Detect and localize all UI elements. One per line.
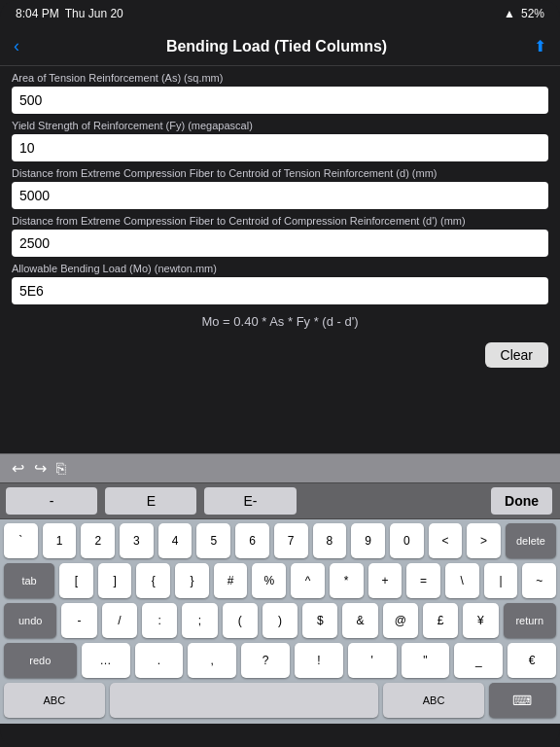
- key-pound[interactable]: £: [423, 603, 458, 638]
- clear-button[interactable]: Clear: [485, 342, 548, 368]
- key-caret[interactable]: ^: [291, 563, 325, 598]
- page-title: Bending Load (Tied Columns): [166, 38, 387, 55]
- key-euro[interactable]: €: [508, 643, 556, 678]
- key-at[interactable]: @: [383, 603, 418, 638]
- key-3[interactable]: 3: [120, 523, 154, 558]
- key-question[interactable]: ?: [241, 643, 290, 678]
- toolbar-done-btn[interactable]: Done: [491, 487, 552, 515]
- key-9[interactable]: 9: [351, 523, 385, 558]
- key-semicolon[interactable]: ;: [182, 603, 217, 638]
- field-input-as[interactable]: [12, 87, 548, 114]
- key-5[interactable]: 5: [196, 523, 230, 558]
- content-area: Area of Tension Reinforcement (As) (sq.m…: [0, 66, 560, 375]
- nav-bar: ‹ Bending Load (Tied Columns) ⬆: [0, 27, 560, 66]
- formula-text: Mo = 0.40 * As * Fy * (d - d'): [201, 314, 358, 329]
- key-comma[interactable]: ,: [188, 643, 236, 678]
- field-input-mo[interactable]: [12, 277, 548, 304]
- key-exclaim[interactable]: !: [295, 643, 343, 678]
- key-backtick[interactable]: `: [4, 523, 38, 558]
- battery-level: 52%: [521, 7, 544, 20]
- key-8[interactable]: 8: [313, 523, 347, 558]
- spacer: [0, 375, 560, 453]
- key-rparen[interactable]: ): [262, 603, 298, 638]
- field-label-fy: Yield Strength of Reinforcement (Fy) (me…: [12, 120, 548, 131]
- keyboard-row-2: tab [ ] { } # % ^ * + = \ | ~: [2, 563, 558, 598]
- keyboard-row-1: ` 1 2 3 4 5 6 7 8 9 0 < > delete: [2, 523, 558, 558]
- field-label-mo: Allowable Bending Load (Mo) (newton.mm): [12, 263, 548, 274]
- key-asterisk[interactable]: *: [330, 563, 364, 598]
- key-hash[interactable]: #: [214, 563, 248, 598]
- field-label-d: Distance from Extreme Compression Fiber …: [12, 167, 548, 179]
- share-button[interactable]: ⬆: [534, 37, 546, 55]
- date: Thu Jun 20: [65, 7, 123, 20]
- key-underscore[interactable]: _: [454, 643, 503, 678]
- wifi-icon: ▲: [504, 7, 515, 20]
- keyboard-toolbar: - E E- Done: [0, 482, 560, 519]
- key-dollar[interactable]: $: [302, 603, 337, 638]
- action-area: Clear: [0, 338, 560, 375]
- formula-area: Mo = 0.40 * As * Fy * (d - d'): [0, 304, 560, 338]
- key-plus[interactable]: +: [368, 563, 402, 598]
- key-backslash[interactable]: \: [445, 563, 479, 598]
- key-abc-left[interactable]: ABC: [4, 683, 105, 718]
- key-lparen[interactable]: (: [223, 603, 258, 638]
- key-slash[interactable]: /: [102, 603, 137, 638]
- key-minus[interactable]: -: [61, 603, 96, 638]
- field-group-mo: Allowable Bending Load (Mo) (newton.mm): [0, 257, 560, 304]
- paste-icon[interactable]: ⎘: [56, 460, 66, 478]
- time: 8:04 PM: [16, 7, 59, 20]
- key-apos[interactable]: ': [348, 643, 397, 678]
- keyboard-row-3: undo - / : ; ( ) $ & @ £ ¥ return: [2, 603, 558, 638]
- field-input-fy[interactable]: [12, 134, 548, 161]
- redo-icon[interactable]: ↪: [34, 459, 47, 478]
- key-dquote[interactable]: ": [402, 643, 450, 678]
- field-label-dprime: Distance from Extreme Compression Fiber …: [12, 215, 548, 227]
- toolbar-btn-E[interactable]: E: [105, 487, 196, 515]
- keyboard: ` 1 2 3 4 5 6 7 8 9 0 < > delete tab [ ]…: [0, 519, 560, 724]
- key-space[interactable]: [110, 683, 379, 718]
- key-delete[interactable]: delete: [506, 523, 556, 558]
- key-rbrace[interactable]: }: [175, 563, 209, 598]
- field-input-d[interactable]: [12, 182, 548, 209]
- keyboard-toolbar-icons: ↩ ↪ ⎘: [0, 453, 560, 482]
- key-1[interactable]: 1: [43, 523, 77, 558]
- key-rbracket[interactable]: ]: [98, 563, 132, 598]
- key-return[interactable]: return: [504, 603, 556, 638]
- undo-icon[interactable]: ↩: [12, 459, 24, 478]
- toolbar-btn-minus[interactable]: -: [6, 487, 97, 515]
- status-left: 8:04 PM Thu Jun 20: [16, 7, 123, 20]
- toolbar-btn-Eminus[interactable]: E-: [204, 487, 296, 515]
- key-tilde[interactable]: ~: [522, 563, 556, 598]
- keyboard-row-5: ABC ABC ⌨: [2, 683, 558, 722]
- field-group-d: Distance from Extreme Compression Fiber …: [0, 161, 560, 209]
- key-gt[interactable]: >: [467, 523, 501, 558]
- key-0[interactable]: 0: [390, 523, 424, 558]
- field-input-dprime[interactable]: [12, 230, 548, 257]
- key-ampersand[interactable]: &: [342, 603, 377, 638]
- key-ellipsis[interactable]: …: [82, 643, 130, 678]
- key-undo[interactable]: undo: [4, 603, 56, 638]
- key-6[interactable]: 6: [235, 523, 269, 558]
- key-lbrace[interactable]: {: [136, 563, 170, 598]
- key-7[interactable]: 7: [274, 523, 308, 558]
- key-percent[interactable]: %: [252, 563, 286, 598]
- back-button[interactable]: ‹: [14, 36, 19, 56]
- keyboard-row-4: redo … . , ? ! ' " _ €: [2, 643, 558, 678]
- key-2[interactable]: 2: [81, 523, 115, 558]
- key-tab[interactable]: tab: [4, 563, 54, 598]
- status-bar: 8:04 PM Thu Jun 20 ▲ 52%: [0, 0, 560, 27]
- key-abc-right[interactable]: ABC: [383, 683, 484, 718]
- key-yen[interactable]: ¥: [463, 603, 498, 638]
- key-period[interactable]: .: [135, 643, 184, 678]
- field-label-as: Area of Tension Reinforcement (As) (sq.m…: [12, 72, 548, 84]
- key-4[interactable]: 4: [158, 523, 192, 558]
- device-frame: 8:04 PM Thu Jun 20 ▲ 52% ‹ Bending Load …: [0, 0, 560, 747]
- key-equals[interactable]: =: [406, 563, 440, 598]
- status-right: ▲ 52%: [504, 7, 544, 20]
- key-redo[interactable]: redo: [4, 643, 77, 678]
- key-pipe[interactable]: |: [484, 563, 518, 598]
- key-colon[interactable]: :: [142, 603, 177, 638]
- key-lbracket[interactable]: [: [59, 563, 93, 598]
- key-lt[interactable]: <: [429, 523, 463, 558]
- key-keyboard-icon[interactable]: ⌨: [489, 683, 556, 718]
